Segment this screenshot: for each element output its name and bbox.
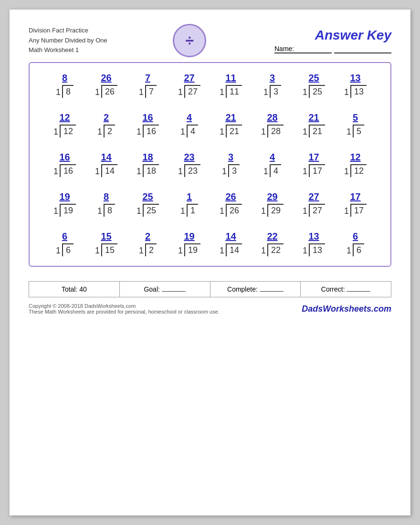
answer-2-1: 14 — [101, 152, 111, 163]
dividend-3-5: 29 — [267, 204, 284, 217]
answer-4-1: 15 — [101, 231, 111, 242]
division-box-3-3: 11 — [180, 204, 198, 217]
dividend-4-3: 19 — [184, 243, 200, 256]
divisor-4-3: 1 — [178, 246, 184, 256]
division-box-1-1: 12 — [97, 125, 115, 137]
divisor-0-2: 1 — [139, 87, 145, 98]
name-field: Name: — [272, 45, 391, 53]
answer-0-7: 13 — [350, 73, 360, 84]
header: Division Fact Practice Any Number Divide… — [29, 24, 391, 57]
dividend-2-7: 12 — [350, 164, 367, 177]
division-box-4-4: 114 — [220, 243, 242, 256]
problem-0-0: 818 — [44, 73, 85, 98]
divisor-2-2: 1 — [136, 167, 143, 177]
divisor-2-7: 1 — [344, 167, 350, 177]
dividend-3-2: 25 — [143, 204, 159, 217]
division-box-2-1: 114 — [95, 164, 117, 177]
divisor-2-0: 1 — [53, 167, 60, 177]
divisor-0-5: 1 — [263, 87, 270, 98]
header-titles: Division Fact Practice Any Number Divide… — [29, 26, 107, 55]
divisor-4-0: 1 — [56, 246, 62, 256]
answer-4-5: 22 — [267, 231, 277, 242]
answer-4-2: 2 — [145, 231, 150, 242]
problems-row-3: 191198182512511126126291292712717117 — [44, 191, 376, 217]
total-label: Total: 40 — [62, 285, 87, 293]
dividend-2-6: 17 — [309, 164, 325, 177]
problem-4-1: 15115 — [85, 231, 127, 256]
problems-row-2: 161161411418118231233134141711712112 — [44, 152, 376, 177]
answer-2-3: 23 — [184, 152, 194, 163]
problem-3-4: 26126 — [210, 191, 252, 217]
divisor-4-2: 1 — [139, 246, 145, 256]
dividend-3-6: 27 — [309, 204, 325, 217]
problem-3-3: 111 — [168, 191, 210, 217]
division-box-3-0: 119 — [53, 204, 76, 217]
division-box-2-5: 14 — [263, 164, 281, 177]
problem-4-5: 22122 — [252, 231, 293, 256]
division-box-4-1: 115 — [95, 243, 117, 256]
problems-row-0: 8182612671727127111113132512513113 — [44, 73, 376, 98]
answer-3-5: 29 — [267, 191, 277, 203]
worksheet-content: 8182612671727127111113132512513113121122… — [29, 62, 391, 267]
answer-0-0: 8 — [62, 73, 67, 84]
problem-4-7: 616 — [335, 231, 376, 256]
problem-0-1: 26126 — [85, 73, 127, 98]
dividend-0-6: 25 — [309, 85, 325, 98]
problem-0-7: 13113 — [335, 73, 376, 98]
divisor-0-7: 1 — [344, 87, 350, 98]
problem-0-3: 27127 — [168, 73, 210, 98]
dividend-2-1: 14 — [101, 164, 117, 177]
problem-1-6: 21121 — [293, 112, 335, 137]
copyright-text: Copyright © 2008-2018 DadsWorksheets.com… — [29, 303, 220, 315]
answer-1-4: 21 — [225, 112, 236, 124]
problem-1-3: 414 — [168, 112, 210, 137]
answer-1-2: 16 — [142, 112, 153, 124]
dividend-0-5: 3 — [270, 85, 281, 98]
answer-1-1: 2 — [104, 112, 109, 124]
header-right: Answer Key Name: — [272, 28, 391, 53]
divisor-0-4: 1 — [220, 87, 226, 98]
title-line1: Division Fact Practice — [29, 26, 107, 36]
problem-4-6: 13113 — [293, 231, 335, 256]
complete-line — [260, 291, 284, 292]
divisor-3-4: 1 — [220, 206, 226, 217]
division-box-4-2: 12 — [139, 243, 157, 256]
answer-2-5: 4 — [270, 152, 275, 163]
correct-line — [346, 291, 370, 292]
division-box-3-4: 126 — [220, 204, 242, 217]
problem-2-7: 12112 — [335, 152, 376, 177]
dividend-2-2: 18 — [143, 164, 159, 177]
dividend-1-5: 28 — [267, 125, 284, 137]
division-box-1-2: 116 — [136, 125, 159, 137]
division-box-1-3: 14 — [180, 125, 198, 137]
problem-4-4: 14114 — [210, 231, 252, 256]
divisor-2-5: 1 — [263, 167, 270, 177]
answer-3-0: 19 — [59, 191, 70, 203]
division-box-0-7: 113 — [344, 85, 367, 98]
divisor-2-4: 1 — [222, 167, 228, 177]
problem-0-2: 717 — [127, 73, 168, 98]
problem-1-5: 28128 — [252, 112, 293, 137]
division-box-1-7: 15 — [346, 125, 364, 137]
division-box-1-6: 121 — [303, 125, 325, 137]
division-box-4-5: 122 — [261, 243, 284, 256]
divisor-1-6: 1 — [303, 127, 309, 137]
dividend-4-0: 6 — [62, 243, 74, 256]
answer-0-4: 11 — [225, 73, 236, 84]
divisor-0-1: 1 — [95, 87, 101, 98]
dividend-1-1: 2 — [104, 125, 115, 137]
answer-0-1: 26 — [101, 73, 111, 84]
division-box-0-0: 18 — [56, 85, 74, 98]
correct-label: Correct: — [321, 285, 345, 293]
divisor-2-3: 1 — [178, 167, 184, 177]
division-box-3-5: 129 — [261, 204, 284, 217]
divisor-1-0: 1 — [53, 127, 60, 137]
dividend-1-2: 16 — [143, 125, 159, 137]
answer-0-6: 25 — [308, 73, 319, 84]
title-line3: Math Worksheet 1 — [29, 45, 107, 55]
correct-stat: Correct: — [301, 282, 391, 297]
division-box-0-3: 127 — [178, 85, 200, 98]
problem-2-3: 23123 — [168, 152, 210, 177]
division-box-2-2: 118 — [136, 164, 159, 177]
division-box-3-6: 127 — [303, 204, 325, 217]
